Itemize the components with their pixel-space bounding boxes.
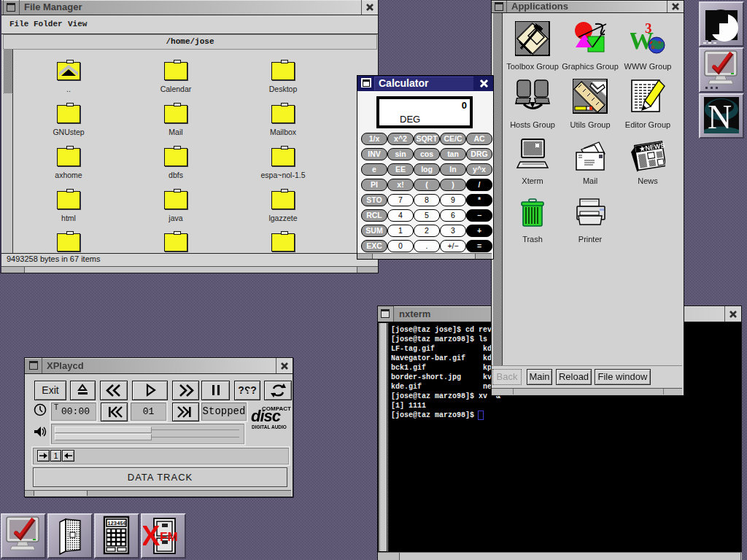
- svg-text:123456: 123456: [107, 521, 126, 526]
- svg-text:N: N: [708, 98, 732, 136]
- svg-text:FM: FM: [160, 530, 178, 544]
- svg-text:X: X: [143, 521, 160, 551]
- svg-text:3: 3: [645, 21, 652, 36]
